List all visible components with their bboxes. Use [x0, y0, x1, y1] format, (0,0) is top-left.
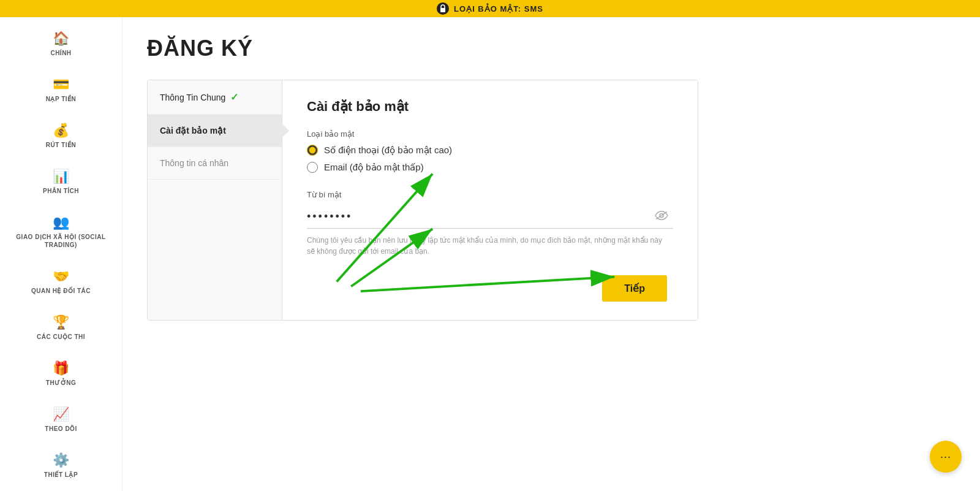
- step-thong-tin-chung[interactable]: Thông Tin Chung ✓: [148, 80, 282, 115]
- sidebar-item-quan-he[interactable]: 🤝 QUAN HỆ ĐỐI TÁC: [0, 261, 122, 302]
- sidebar-label-quan-he: QUAN HỆ ĐỐI TÁC: [31, 287, 91, 295]
- thuong-icon: 🎁: [53, 360, 69, 376]
- step-label-thong-tin-chung: Thông Tin Chung: [160, 93, 225, 102]
- radio-phone[interactable]: [307, 145, 318, 156]
- sidebar-item-rut-tien[interactable]: 💰 RÚT TIỀN: [0, 115, 122, 156]
- sidebar-label-nap-tien: NẠP TIỀN: [46, 95, 77, 103]
- sidebar-item-giao-dich[interactable]: 👥 GIAO DỊCH XÃ HỘI (SOCIAL TRADING): [0, 207, 122, 256]
- option-phone-label: Số điện thoại (độ bảo mật cao): [324, 145, 452, 156]
- hint-text: Chúng tôi yêu cầu bạn nên lưu ngay lập t…: [307, 235, 662, 257]
- steps-panel: Thông Tin Chung ✓ Cài đặt bảo mật Thông …: [148, 80, 282, 320]
- register-layout: Thông Tin Chung ✓ Cài đặt bảo mật Thông …: [147, 80, 698, 321]
- password-wrapper: [307, 205, 673, 229]
- top-bar: LOẠI BẢO MẬT: SMS: [0, 0, 980, 17]
- nap-tien-icon: 💳: [53, 77, 69, 93]
- sidebar-label-thiet-lap: THIẾT LẬP: [44, 471, 78, 479]
- step-thong-tin-ca-nhan[interactable]: Thông tin cá nhân: [148, 147, 282, 180]
- option-phone[interactable]: Số điện thoại (độ bảo mật cao): [307, 145, 673, 156]
- checkmark-icon: ✓: [230, 91, 238, 103]
- option-email-label: Email (độ bảo mật thấp): [324, 162, 424, 173]
- sidebar-item-nap-tien[interactable]: 💳 NẠP TIỀN: [0, 69, 122, 110]
- sidebar-item-phan-tich[interactable]: 📊 PHÂN TÍCH: [0, 161, 122, 202]
- quan-he-icon: 🤝: [53, 268, 69, 284]
- svg-rect-0: [440, 8, 445, 12]
- step-label-ca-nhan: Thông tin cá nhân: [160, 158, 228, 168]
- security-radio-group: Số điện thoại (độ bảo mật cao) Email (độ…: [307, 145, 673, 173]
- sidebar: 🏠 CHÍNH 💳 NẠP TIỀN 💰 RÚT TIỀN 📊 PHÂN TÍC…: [0, 17, 123, 491]
- sidebar-item-thuong[interactable]: 🎁 THƯỞNG: [0, 353, 122, 394]
- sidebar-label-thuong: THƯỞNG: [46, 379, 76, 387]
- option-email[interactable]: Email (độ bảo mật thấp): [307, 162, 673, 173]
- security-type-label: Loại bảo mật: [307, 129, 673, 139]
- radio-email[interactable]: [307, 162, 318, 173]
- next-button[interactable]: Tiếp: [602, 275, 667, 302]
- sidebar-item-chinh[interactable]: 🏠 CHÍNH: [0, 23, 122, 64]
- eye-icon[interactable]: [655, 211, 668, 224]
- chat-icon: ···: [940, 451, 951, 463]
- lock-icon: [437, 2, 449, 15]
- page-title: ĐĂNG KÝ: [147, 36, 956, 61]
- step-cai-dat-bao-mat[interactable]: Cài đặt bảo mật: [148, 115, 282, 147]
- sidebar-item-theo-doi[interactable]: 📈 THEO DÕI: [0, 399, 122, 440]
- content-area: ĐĂNG KÝ Thông Tin Chung ✓ Cài đặt bảo mậ…: [123, 17, 980, 491]
- step-label-cai-dat: Cài đặt bảo mật: [160, 126, 226, 135]
- form-title: Cài đặt bảo mật: [307, 99, 673, 115]
- sidebar-label-rut-tien: RÚT TIỀN: [46, 141, 76, 149]
- form-panel: Cài đặt bảo mật Loại bảo mật Số điện tho…: [282, 80, 698, 320]
- giao-dich-icon: 👥: [53, 215, 69, 230]
- home-icon: 🏠: [53, 31, 69, 47]
- sidebar-item-cuoc-thi[interactable]: 🏆 CÁC CUỘC THI: [0, 307, 122, 348]
- cuoc-thi-icon: 🏆: [53, 314, 69, 330]
- rut-tien-icon: 💰: [53, 123, 69, 139]
- main-layout: 🏠 CHÍNH 💳 NẠP TIỀN 💰 RÚT TIỀN 📊 PHÂN TÍC…: [0, 17, 980, 491]
- phan-tich-icon: 📊: [53, 169, 69, 185]
- sidebar-item-thiet-lap[interactable]: ⚙️ THIẾT LẬP: [0, 445, 122, 486]
- chat-button[interactable]: ···: [930, 441, 962, 473]
- password-input[interactable]: [307, 205, 673, 229]
- sidebar-label-chinh: CHÍNH: [50, 49, 71, 57]
- sidebar-label-giao-dich: GIAO DỊCH XÃ HỘI (SOCIAL TRADING): [5, 233, 117, 249]
- sidebar-label-cuoc-thi: CÁC CUỘC THI: [37, 333, 85, 341]
- top-bar-text: LOẠI BẢO MẬT: SMS: [454, 4, 543, 13]
- sidebar-label-theo-doi: THEO DÕI: [45, 425, 77, 433]
- theo-doi-icon: 📈: [53, 406, 69, 422]
- thiet-lap-icon: ⚙️: [53, 452, 69, 468]
- password-label: Từ bí mật: [307, 190, 673, 199]
- form-actions: Tiếp: [307, 275, 673, 302]
- sidebar-label-phan-tich: PHÂN TÍCH: [43, 187, 79, 195]
